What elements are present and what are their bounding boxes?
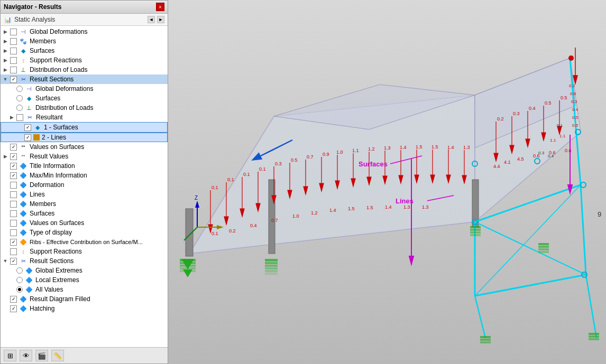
svg-text:0.4: 0.4 [572, 107, 579, 112]
spacer-rs2av [8, 286, 15, 293]
tree-item-deformation[interactable]: 🔷 Deformation [1, 180, 168, 190]
checkbox-result-diagram-filled[interactable] [10, 296, 17, 303]
checkbox-surfaces2[interactable] [10, 210, 17, 217]
label-values-on-surfaces: Values on Surfaces [29, 143, 84, 151]
label-rs2-global-extremes: Global Extremes [34, 267, 82, 274]
checkbox-rs-2-lines[interactable] [24, 134, 31, 141]
radio-rs2-all-values[interactable] [16, 286, 23, 293]
tree-item-type-of-display[interactable]: 🔷 Type of display [1, 228, 168, 237]
checkbox-lines[interactable] [10, 191, 17, 198]
checkbox-maxmin-information[interactable] [10, 172, 17, 179]
svg-rect-117 [470, 229, 481, 231]
tree-item-maxmin-information[interactable]: 🔷 Max/Min Information [1, 171, 168, 180]
label-global-deformations: Global Deformations [29, 28, 87, 35]
svg-text:0.3: 0.3 [275, 161, 282, 166]
svg-text:0.5: 0.5 [572, 115, 579, 120]
tree-item-support-reactions2[interactable]: ↕ Support Reactions [1, 247, 168, 256]
prev-nav-button[interactable]: ◄ [148, 16, 155, 23]
expander-result-values[interactable]: ▶ [2, 153, 9, 160]
close-button[interactable]: × [156, 3, 164, 11]
tree-item-global-deformations[interactable]: ▶ ⊣ Global Deformations [1, 27, 168, 36]
tree-item-rs-surfaces[interactable]: ◆ Surfaces [1, 94, 168, 103]
tree-item-rs2-all-values[interactable]: 🔷 All Values [1, 285, 168, 294]
checkbox-result-values[interactable] [10, 153, 17, 160]
label-result-sections2: Result Sections [29, 257, 74, 265]
tree-item-rs-2-lines[interactable]: 2 - Lines [1, 133, 168, 142]
tree-item-rs2-local-extremes[interactable]: 🔷 Local Extremes [1, 275, 168, 285]
checkbox-global-deformations[interactable] [10, 29, 17, 35]
checkbox-rs-1-surfaces[interactable] [24, 124, 31, 131]
checkbox-members2[interactable] [10, 201, 17, 208]
checkbox-values-on-surfaces2[interactable] [10, 220, 17, 227]
tree-item-rs-resultant[interactable]: ▶ ✂ Resultant [1, 113, 168, 122]
tree-item-rs-global-deformations[interactable]: ⊣ Global Deformations [1, 84, 168, 94]
label-lines: Lines [29, 191, 45, 198]
svg-text:1.2: 1.2 [368, 146, 375, 152]
checkbox-result-sections[interactable] [10, 76, 17, 83]
radio-rs-global-deformations[interactable] [16, 86, 23, 92]
svg-text:1.5: 1.5 [416, 144, 423, 150]
checkbox-deformation[interactable] [10, 182, 17, 189]
eye-button[interactable]: 👁 [20, 350, 32, 361]
camera-button[interactable]: 🎬 [35, 350, 48, 361]
label-support-reactions2: Support Reactions [29, 248, 82, 255]
tree-item-values-on-surfaces2[interactable]: 🔷 Values on Surfaces [1, 218, 168, 228]
expander-result-sections[interactable]: ▼ [2, 76, 9, 83]
checkbox-result-sections2[interactable] [10, 258, 17, 265]
tree-item-title-information[interactable]: 🔷 Title Information [1, 161, 168, 171]
expander-support-reactions[interactable]: ▶ [2, 57, 9, 64]
tree-item-values-on-surfaces[interactable]: ** Values on Surfaces [1, 142, 168, 152]
tree-item-members[interactable]: ▶ 🐾 Members [1, 36, 168, 46]
svg-text:0.9: 0.9 [323, 152, 329, 157]
tree-item-result-values[interactable]: ▶ ** Result Values [1, 152, 168, 161]
tree-item-rs2-global-extremes[interactable]: 🔷 Global Extremes [1, 266, 168, 275]
tree-item-distribution-of-loads[interactable]: ▶ ⊥ Distribution of Loads [1, 65, 168, 74]
tree-item-support-reactions[interactable]: ▶ ↕ Support Reactions [1, 55, 168, 65]
checkbox-ribs[interactable] [10, 239, 17, 246]
tree-item-rs-1-surfaces[interactable]: ◆ 1 - Surfaces [1, 122, 168, 133]
checkbox-hatching[interactable] [10, 305, 17, 312]
radio-rs2-local-extremes[interactable] [16, 277, 23, 283]
svg-text:0.5: 0.5 [572, 123, 579, 128]
checkbox-surfaces[interactable] [10, 48, 17, 54]
tree-item-result-sections[interactable]: ▼ ✂ Result Sections [1, 74, 168, 84]
tree-item-surfaces[interactable]: ▶ ◆ Surfaces [1, 46, 168, 55]
radio-rs-surfaces[interactable] [16, 95, 23, 101]
tree-item-rs-distribution-of-loads[interactable]: ⊥ Distribution of Loads [1, 103, 168, 113]
tree-item-lines[interactable]: 🔷 Lines [1, 190, 168, 199]
tree-item-result-sections2[interactable]: ▼ ✂ Result Sections [1, 256, 168, 266]
checkbox-members[interactable] [10, 38, 17, 45]
icon-members: 🐾 [19, 37, 27, 45]
checkbox-type-of-display[interactable] [10, 229, 17, 236]
svg-rect-108 [180, 267, 196, 269]
svg-rect-113 [265, 267, 278, 269]
svg-rect-115 [265, 273, 278, 275]
table-button[interactable]: ⊞ [4, 350, 16, 361]
checkbox-values-on-surfaces[interactable] [10, 144, 17, 151]
expander-rs-resultant[interactable]: ▶ [8, 114, 15, 121]
tree-item-ribs[interactable]: 🔶 Ribs - Effective Contribution on Surfa… [1, 237, 168, 247]
checkbox-rs-resultant[interactable] [16, 114, 23, 121]
checkbox-title-information[interactable] [10, 163, 17, 170]
expander-members[interactable]: ▶ [2, 38, 9, 45]
icon-rs-global-deformations: ⊣ [25, 85, 33, 93]
tree-item-surfaces2[interactable]: 🔷 Surfaces [1, 209, 168, 218]
expander-surfaces[interactable]: ▶ [2, 47, 9, 54]
radio-rs2-global-extremes[interactable] [16, 267, 23, 274]
next-nav-button[interactable]: ► [157, 16, 164, 23]
spacer-rs-s [8, 95, 15, 102]
spacer-sr2 [2, 248, 9, 255]
checkbox-distribution-of-loads[interactable] [10, 67, 17, 73]
expander-global-deformations[interactable]: ▶ [2, 28, 9, 35]
svg-rect-129 [538, 251, 549, 253]
expander-result-sections2[interactable]: ▼ [2, 257, 9, 265]
radio-rs-distribution-of-loads[interactable] [16, 105, 23, 111]
tree-item-result-diagram-filled[interactable]: 🔷 Result Diagram Filled [1, 294, 168, 304]
rule-button[interactable]: 📏 [51, 350, 64, 361]
viewport-svg: 0.1 0.1 0.1 0.1 0.3 0.5 0.7 0.9 1.0 1.1 … [168, 0, 606, 364]
expander-distribution-of-loads[interactable]: ▶ [2, 66, 9, 73]
tree-item-hatching[interactable]: 🔷 Hatching [1, 304, 168, 313]
tree-item-members2[interactable]: 🔷 Members [1, 199, 168, 209]
checkbox-support-reactions2[interactable] [10, 248, 17, 255]
checkbox-support-reactions[interactable] [10, 57, 17, 64]
